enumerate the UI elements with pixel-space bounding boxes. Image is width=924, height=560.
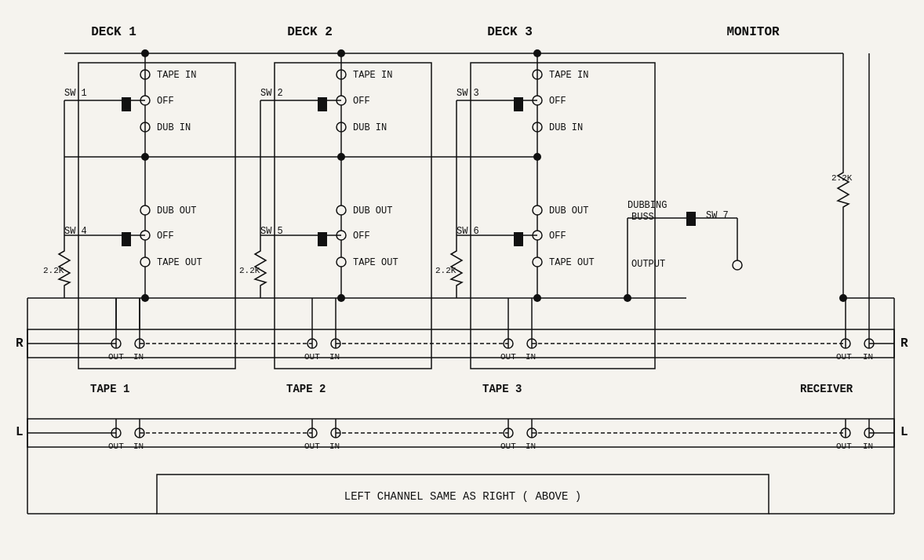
- deck1-dub-in-label: DUB IN: [157, 122, 191, 133]
- sw7-contact: [686, 212, 696, 226]
- deck1-sw4-off-label: OFF: [157, 231, 174, 242]
- deck2-tape-out-label: TAPE OUT: [353, 257, 398, 268]
- recv-r-out-label: OUT: [836, 352, 852, 362]
- tape3-l-in-label: IN: [526, 442, 536, 451]
- output-label: OUTPUT: [631, 259, 665, 270]
- deck3-dub-out-label: DUB OUT: [549, 205, 588, 216]
- buss-tapeout-dot: [624, 294, 631, 302]
- tape1-l-in-label: IN: [133, 442, 144, 451]
- sw5-contact: [318, 232, 327, 246]
- recv-l-out-label: OUT: [836, 442, 852, 451]
- tape1-r-in-label: IN: [133, 352, 144, 362]
- dubbing-buss-label2: BUSS: [631, 212, 654, 223]
- deck3-off-label: OFF: [549, 96, 566, 107]
- tape2-l-out-label: OUT: [304, 442, 320, 451]
- r-right-label: R: [900, 336, 908, 351]
- tape3-label: TAPE 3: [482, 383, 522, 395]
- r-left-label: R: [16, 336, 24, 351]
- sw7-label: SW 7: [706, 210, 729, 221]
- svg-rect-0: [0, 0, 924, 560]
- deck2-tape-in-label: TAPE IN: [353, 70, 392, 81]
- deck1-dub-out-label: DUB OUT: [157, 205, 196, 216]
- tape2-label: TAPE 2: [286, 383, 326, 395]
- sw2-contact: [318, 97, 327, 111]
- monitor-label: MONITOR: [726, 25, 780, 39]
- tape3-l-out-label: OUT: [500, 442, 516, 451]
- deck1-label: DECK 1: [91, 25, 136, 39]
- tape2-r-in-label: IN: [329, 352, 340, 362]
- tape2-l-in-label: IN: [329, 442, 340, 451]
- deck1-tape-in-label: TAPE IN: [157, 70, 196, 81]
- deck3-tape-in-label: TAPE IN: [549, 70, 588, 81]
- recv-l-in-label: IN: [863, 442, 873, 451]
- tape2-r-out-label: OUT: [304, 352, 320, 362]
- deck3-tape-out-label: TAPE OUT: [549, 257, 595, 268]
- deck2-off-label: OFF: [353, 96, 370, 107]
- deck2-dub-out-label: DUB OUT: [353, 205, 392, 216]
- sw2-label: SW 2: [260, 88, 283, 99]
- l-right-label: L: [900, 425, 908, 439]
- sw1-contact: [122, 97, 131, 111]
- sw3-label: SW 3: [457, 88, 479, 99]
- l-left-label: L: [16, 425, 24, 439]
- deck2-sw5-off-label: OFF: [353, 231, 370, 242]
- receiver-label: RECEIVER: [800, 383, 853, 395]
- tape3-r-in-label: IN: [526, 352, 536, 362]
- deck3-sw6-off-label: OFF: [549, 231, 566, 242]
- tape1-label: TAPE 1: [90, 383, 129, 395]
- diagram-container: DECK 1 DECK 2 DECK 3 MONITOR TAPE IN SW …: [0, 0, 924, 560]
- dubbing-buss-label: DUBBING: [628, 200, 667, 211]
- deck3-dub-in-label: DUB IN: [549, 122, 583, 133]
- deck2-label: DECK 2: [287, 25, 333, 39]
- sw3-contact: [514, 97, 523, 111]
- tape1-l-out-label: OUT: [108, 442, 124, 451]
- deck1-off-label: OFF: [157, 96, 174, 107]
- left-channel-text: LEFT CHANNEL SAME AS RIGHT ( ABOVE ): [344, 490, 581, 503]
- deck3-label: DECK 3: [487, 25, 533, 39]
- deck1-tape-out-label: TAPE OUT: [157, 257, 202, 268]
- sw1-label: SW 1: [64, 88, 87, 99]
- deck2-dub-in-label: DUB IN: [353, 122, 387, 133]
- recv-r-in-label: IN: [863, 352, 873, 362]
- sw4-contact: [122, 232, 131, 246]
- tape1-r-out-label: OUT: [108, 352, 124, 362]
- tape3-r-out-label: OUT: [500, 352, 516, 362]
- sw6-contact: [514, 232, 523, 246]
